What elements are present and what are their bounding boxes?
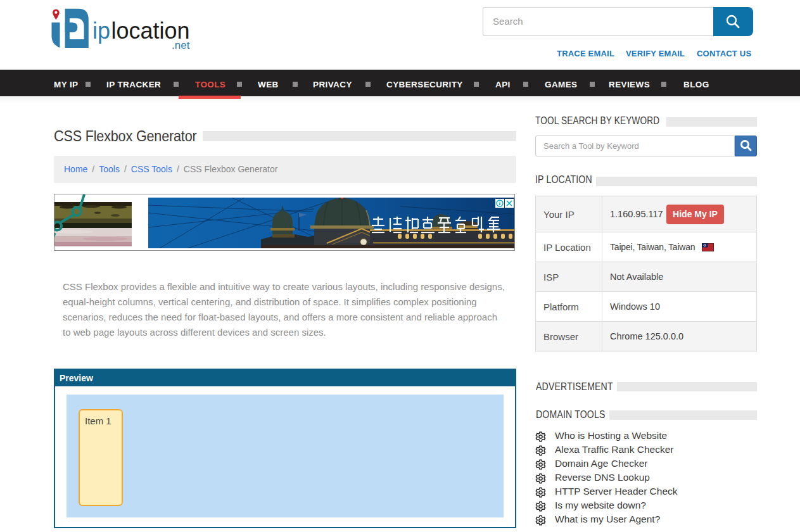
svg-text:.net: .net — [172, 39, 190, 51]
svg-text:ip: ip — [92, 18, 110, 44]
